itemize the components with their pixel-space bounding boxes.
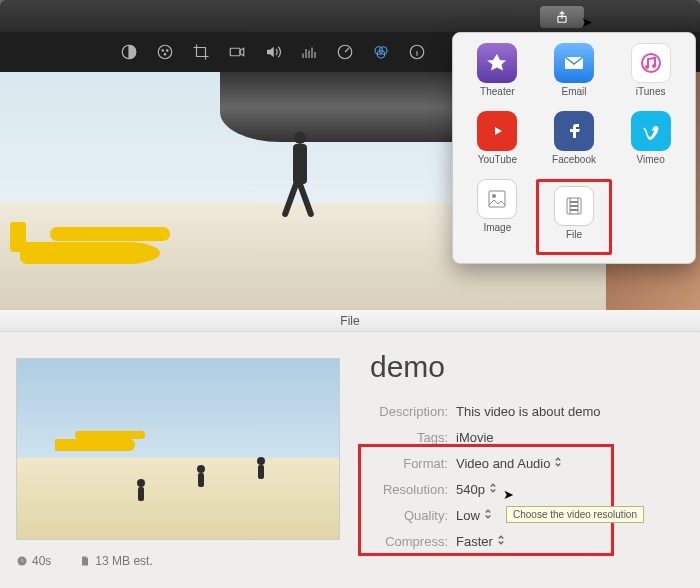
crop-icon[interactable] — [192, 43, 210, 61]
share-itunes[interactable]: iTunes — [612, 43, 689, 105]
share-popover: Theater Email iTunes YouTube Facebook Vi… — [452, 32, 696, 264]
share-email[interactable]: Email — [536, 43, 613, 105]
share-label: Email — [561, 86, 586, 97]
svg-point-5 — [164, 54, 166, 56]
equalizer-icon[interactable] — [300, 43, 318, 61]
color-balance-icon[interactable] — [372, 43, 390, 61]
youtube-icon — [477, 111, 517, 151]
email-icon — [554, 43, 594, 83]
cursor-icon: ➤ — [503, 487, 514, 502]
file-icon — [554, 186, 594, 226]
share-label: Image — [483, 222, 511, 233]
theater-icon — [477, 43, 517, 83]
vimeo-icon — [631, 111, 671, 151]
resolution-tooltip: Choose the video resolution — [506, 506, 644, 523]
camera-icon[interactable] — [228, 43, 246, 61]
window-titlebar: ➤ — [0, 0, 700, 32]
palette-icon[interactable] — [156, 43, 174, 61]
project-title: demo — [370, 350, 445, 384]
share-label: Theater — [480, 86, 514, 97]
export-thumbnail — [16, 358, 340, 540]
contrast-icon[interactable] — [120, 43, 138, 61]
svg-point-3 — [162, 50, 164, 52]
share-label: Facebook — [552, 154, 596, 165]
tags-label: Tags: — [370, 430, 448, 445]
svg-point-2 — [158, 45, 172, 59]
image-icon — [477, 179, 517, 219]
tags-value[interactable]: iMovie — [456, 430, 670, 445]
share-button[interactable] — [540, 6, 584, 28]
svg-point-13 — [642, 54, 660, 72]
highlighted-options-box — [358, 444, 614, 556]
svg-point-4 — [167, 50, 169, 52]
svg-point-17 — [492, 194, 496, 198]
share-label: Vimeo — [637, 154, 665, 165]
share-file[interactable]: File — [536, 179, 613, 255]
share-image[interactable]: Image — [459, 179, 536, 255]
svg-rect-21 — [570, 209, 578, 211]
facebook-icon — [554, 111, 594, 151]
svg-rect-20 — [570, 205, 578, 207]
share-theater[interactable]: Theater — [459, 43, 536, 105]
panel-header: File — [0, 310, 700, 332]
share-facebook[interactable]: Facebook — [536, 111, 613, 173]
export-file-panel: File 40s 13 MB est. demo Description: Th… — [0, 310, 700, 588]
filesize-text: 13 MB est. — [79, 554, 152, 568]
share-youtube[interactable]: YouTube — [459, 111, 536, 173]
duration-text: 40s — [16, 554, 51, 568]
svg-rect-16 — [489, 191, 505, 207]
svg-rect-19 — [570, 201, 578, 203]
volume-icon[interactable] — [264, 43, 282, 61]
share-label: iTunes — [636, 86, 666, 97]
svg-point-15 — [652, 64, 656, 68]
info-icon[interactable] — [408, 43, 426, 61]
svg-point-14 — [645, 65, 649, 69]
share-label: YouTube — [478, 154, 517, 165]
share-label: File — [566, 229, 582, 240]
description-value[interactable]: This video is about demo — [456, 404, 670, 419]
share-vimeo[interactable]: Vimeo — [612, 111, 689, 173]
itunes-icon — [631, 43, 671, 83]
speed-icon[interactable] — [336, 43, 354, 61]
svg-rect-6 — [230, 48, 240, 56]
description-label: Description: — [370, 404, 448, 419]
